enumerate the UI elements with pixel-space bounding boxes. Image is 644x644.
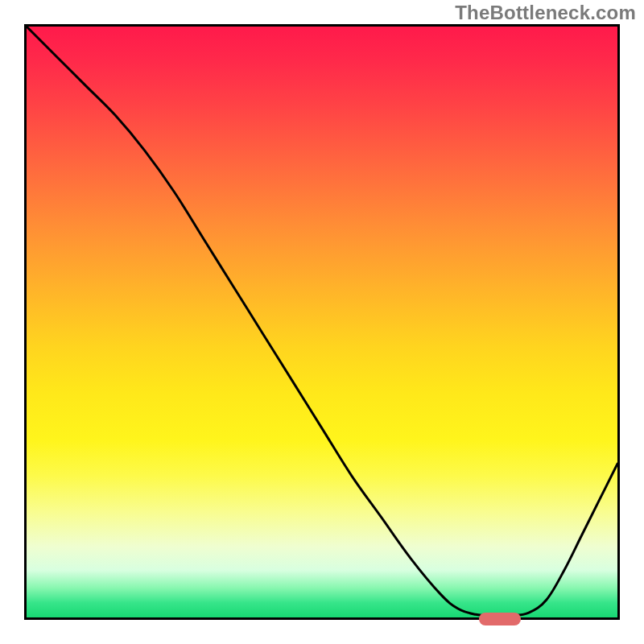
chart-container: TheBottleneck.com [0,0,644,644]
watermark-text: TheBottleneck.com [455,2,636,24]
plot-area [24,24,620,620]
optimal-marker [479,613,521,625]
line-series [27,27,617,617]
